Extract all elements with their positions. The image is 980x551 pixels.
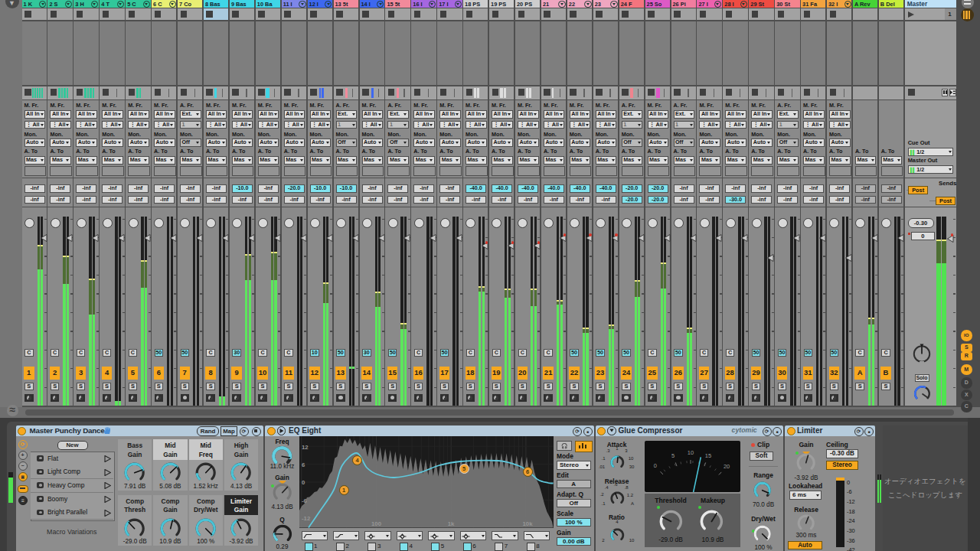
svg-text:0: 0 (654, 462, 657, 469)
svg-text:5: 5 (671, 452, 675, 459)
svg-text:10: 10 (688, 449, 694, 456)
svg-text:15: 15 (705, 452, 711, 459)
svg-text:20: 20 (724, 463, 730, 470)
